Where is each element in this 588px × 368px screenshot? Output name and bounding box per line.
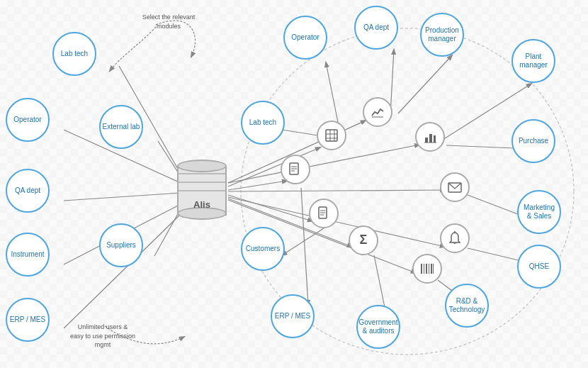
svg-line-9 [228,181,287,190]
svg-line-29 [301,188,308,305]
diagram-container: Select the relevant modules Unlimited us… [0,0,588,368]
node-marketing-sales: Marketing& Sales [517,190,561,234]
node-qa-dept-right: QA dept [354,6,398,50]
icon-sigma-node: Σ [349,225,378,255]
node-plant-manager: Plantmanager [511,39,555,83]
svg-line-28 [282,228,324,255]
icon-doc2-node [309,199,339,228]
svg-rect-51 [433,264,434,274]
svg-line-4 [64,193,181,201]
node-operator-left: Operator [6,98,50,142]
svg-rect-40 [425,138,428,143]
svg-rect-34 [326,130,337,141]
node-operator-right: Operator [283,16,327,60]
icon-doc-node [281,155,310,184]
node-lab-tech-right: Lab tech [241,101,285,145]
database-center: Alis [177,160,227,220]
svg-line-21 [398,55,452,113]
svg-rect-48 [426,264,427,274]
icon-email-node [440,172,470,202]
node-erp-mes-left: ERP / MES [6,298,50,342]
svg-line-17 [228,195,312,221]
icon-table-node [317,121,346,150]
node-suppliers: Suppliers [99,223,143,267]
svg-line-12 [228,145,419,183]
annotation-top: Select the relevant modules [133,13,204,30]
svg-rect-42 [434,135,436,143]
node-production-manager: Productionmanager [420,13,464,57]
node-purchase: Purchase [511,119,555,163]
node-lab-tech-left: Lab tech [52,32,96,76]
node-external-lab: External lab [99,105,143,149]
svg-rect-41 [429,134,432,143]
node-government-auditors: Government& auditors [356,305,400,349]
icon-chart-bar-node [415,122,445,152]
svg-rect-50 [431,264,432,274]
icon-bell-node [440,223,470,253]
svg-rect-49 [429,264,429,274]
node-instrument: Instrument [6,233,50,277]
node-qhse: QHSE [517,245,561,289]
svg-rect-47 [424,264,424,274]
node-customers: Customers [241,227,285,271]
node-rd-technology: R&D &Technology [445,284,489,328]
node-qa-dept-left: QA dept [6,169,50,213]
icon-barcode-node [412,254,442,284]
svg-rect-46 [421,264,422,274]
db-label: Alis [193,199,210,210]
node-erp-mes-right: ERP / MES [271,294,315,338]
svg-line-13 [228,190,445,191]
icon-chart-line-node [363,97,392,127]
annotation-bottom: Unlimited users &easy to use permission … [64,323,142,350]
